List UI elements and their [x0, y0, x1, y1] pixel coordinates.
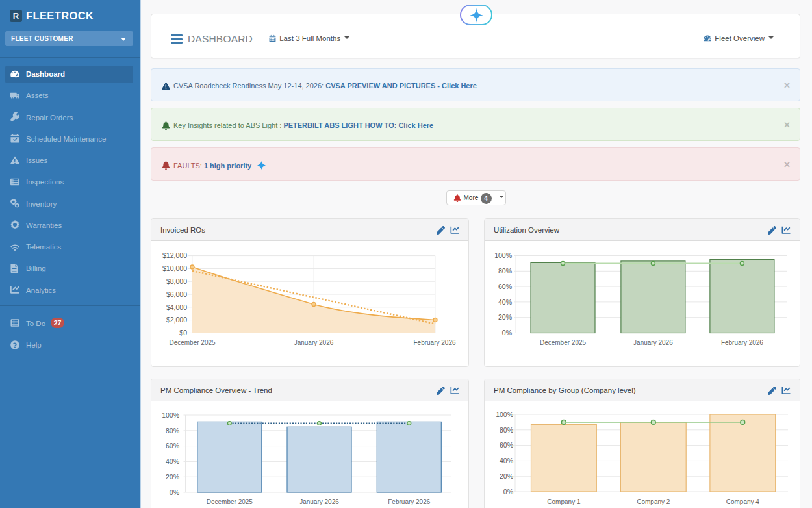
- svg-text:$8,000: $8,000: [166, 277, 187, 285]
- svg-text:Company 2: Company 2: [637, 498, 670, 505]
- svg-text:80%: 80%: [500, 426, 513, 434]
- svg-text:$2,000: $2,000: [166, 316, 187, 324]
- svg-text:February 2026: February 2026: [721, 339, 763, 346]
- svg-text:$6,000: $6,000: [166, 290, 187, 298]
- svg-text:100%: 100%: [162, 411, 179, 419]
- svg-text:60%: 60%: [498, 283, 512, 290]
- svg-text:$10,000: $10,000: [162, 264, 187, 272]
- svg-text:0%: 0%: [170, 489, 179, 496]
- svg-text:40%: 40%: [498, 298, 512, 306]
- svg-text:20%: 20%: [500, 472, 513, 480]
- svg-text:$0: $0: [179, 329, 187, 337]
- svg-text:20%: 20%: [498, 313, 512, 321]
- svg-text:100%: 100%: [496, 411, 513, 418]
- svg-text:80%: 80%: [498, 267, 512, 275]
- svg-text:December 2025: December 2025: [540, 339, 587, 346]
- svg-text:January 2026: January 2026: [294, 339, 334, 346]
- svg-text:December 2025: December 2025: [169, 339, 216, 346]
- svg-text:40%: 40%: [500, 457, 513, 464]
- svg-text:0%: 0%: [502, 329, 512, 337]
- svg-text:February 2026: February 2026: [413, 339, 455, 346]
- svg-text:$4,000: $4,000: [166, 303, 187, 311]
- svg-text:20%: 20%: [166, 473, 179, 481]
- svg-text:100%: 100%: [494, 251, 512, 259]
- svg-text:80%: 80%: [166, 427, 179, 435]
- svg-text:60%: 60%: [166, 442, 179, 450]
- svg-text:February 2026: February 2026: [388, 498, 430, 505]
- svg-text:0%: 0%: [503, 488, 513, 496]
- svg-text:December 2025: December 2025: [207, 498, 253, 505]
- svg-text:January 2026: January 2026: [299, 498, 339, 505]
- svg-text:Company 4: Company 4: [726, 498, 760, 505]
- svg-text:60%: 60%: [500, 441, 513, 449]
- svg-text:January 2026: January 2026: [633, 339, 673, 346]
- svg-text:Company 1: Company 1: [547, 498, 581, 505]
- svg-text:40%: 40%: [166, 457, 179, 465]
- svg-text:$12,000: $12,000: [162, 251, 187, 259]
